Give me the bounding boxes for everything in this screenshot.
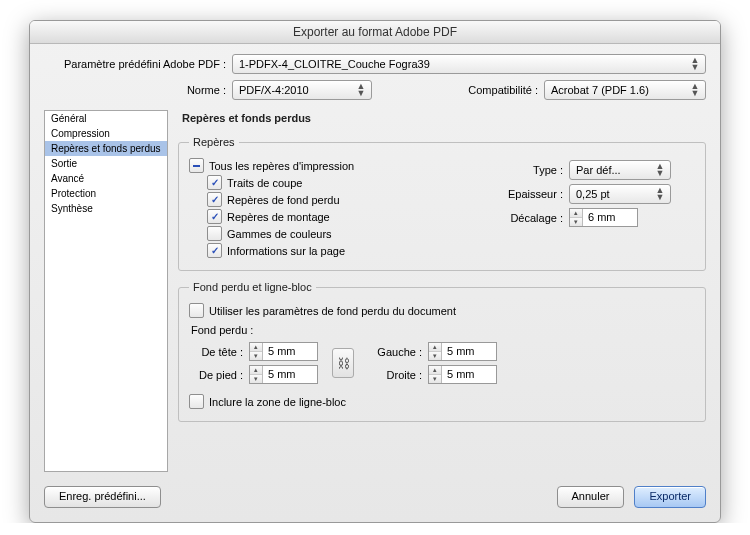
bleed-bottom-label: De pied : bbox=[189, 369, 249, 381]
all-marks-check[interactable]: Tous les repères d'impression bbox=[189, 158, 481, 173]
checkbox-icon bbox=[207, 175, 222, 190]
export-button[interactable]: Exporter bbox=[634, 486, 706, 508]
offset-label: Décalage : bbox=[495, 212, 569, 224]
crop-marks-check[interactable]: Traits de coupe bbox=[207, 175, 481, 190]
type-select[interactable]: Par déf... ▲▼ bbox=[569, 160, 671, 180]
dialog-body: Paramètre prédéfini Adobe PDF : 1-PDFX-4… bbox=[30, 44, 720, 522]
checkbox-icon bbox=[207, 209, 222, 224]
marks-fieldset: Repères Tous les repères d'impression Tr… bbox=[178, 136, 706, 271]
bleed-right-stepper[interactable]: ▴▾5 mm bbox=[428, 365, 497, 384]
save-preset-button[interactable]: Enreg. prédéfini... bbox=[44, 486, 161, 508]
bleed-legend: Fond perdu et ligne-bloc bbox=[189, 281, 316, 293]
registration-marks-check[interactable]: Repères de montage bbox=[207, 209, 481, 224]
updown-icon: ▲▼ bbox=[654, 163, 666, 177]
color-bars-check[interactable]: Gammes de couleurs bbox=[207, 226, 481, 241]
sidebar-item-output[interactable]: Sortie bbox=[45, 156, 167, 171]
bleed-fieldset: Fond perdu et ligne-bloc Utiliser les pa… bbox=[178, 281, 706, 422]
checkbox-icon bbox=[189, 303, 204, 318]
compat-value: Acrobat 7 (PDF 1.6) bbox=[551, 84, 649, 96]
include-slug-check[interactable]: Inclure la zone de ligne-bloc bbox=[189, 394, 695, 409]
weight-label: Epaisseur : bbox=[495, 188, 569, 200]
preset-value: 1-PDFX-4_CLOITRE_Couche Fogra39 bbox=[239, 58, 430, 70]
sidebar-item-marks-bleeds[interactable]: Repères et fonds perdus bbox=[45, 141, 167, 156]
preset-select[interactable]: 1-PDFX-4_CLOITRE_Couche Fogra39 ▲▼ bbox=[232, 54, 706, 74]
preset-label: Paramètre prédéfini Adobe PDF : bbox=[44, 58, 232, 70]
weight-select[interactable]: 0,25 pt ▲▼ bbox=[569, 184, 671, 204]
compat-select[interactable]: Acrobat 7 (PDF 1.6) ▲▼ bbox=[544, 80, 706, 100]
marks-legend: Repères bbox=[189, 136, 239, 148]
checkbox-icon bbox=[207, 243, 222, 258]
window-title: Exporter au format Adobe PDF bbox=[293, 25, 457, 39]
type-label: Type : bbox=[495, 164, 569, 176]
norme-value: PDF/X-4:2010 bbox=[239, 84, 309, 96]
updown-icon: ▲▼ bbox=[654, 187, 666, 201]
updown-icon: ▲▼ bbox=[689, 57, 701, 71]
offset-stepper[interactable]: ▴▾ 6 mm bbox=[569, 208, 638, 227]
bleed-left-label: Gauche : bbox=[368, 346, 428, 358]
category-sidebar: Général Compression Repères et fonds per… bbox=[44, 110, 168, 472]
main-panel: Repères et fonds perdus Repères Tous les… bbox=[178, 110, 706, 472]
bleed-bottom-stepper[interactable]: ▴▾5 mm bbox=[249, 365, 318, 384]
sidebar-item-compression[interactable]: Compression bbox=[45, 126, 167, 141]
mixed-checkbox-icon bbox=[189, 158, 204, 173]
checkbox-icon bbox=[207, 192, 222, 207]
sidebar-item-general[interactable]: Général bbox=[45, 111, 167, 126]
updown-icon: ▲▼ bbox=[689, 83, 701, 97]
bleed-left-stepper[interactable]: ▴▾5 mm bbox=[428, 342, 497, 361]
section-title: Repères et fonds perdus bbox=[182, 112, 706, 124]
link-icon[interactable]: ⛓ bbox=[332, 348, 354, 378]
checkbox-icon bbox=[189, 394, 204, 409]
bleed-heading: Fond perdu : bbox=[191, 324, 695, 336]
sidebar-item-advanced[interactable]: Avancé bbox=[45, 171, 167, 186]
compat-label: Compatibilité : bbox=[468, 84, 544, 96]
checkbox-icon bbox=[207, 226, 222, 241]
sidebar-item-summary[interactable]: Synthèse bbox=[45, 201, 167, 216]
norme-select[interactable]: PDF/X-4:2010 ▲▼ bbox=[232, 80, 372, 100]
bleed-marks-check[interactable]: Repères de fond perdu bbox=[207, 192, 481, 207]
page-info-check[interactable]: Informations sur la page bbox=[207, 243, 481, 258]
updown-icon: ▲▼ bbox=[355, 83, 367, 97]
norme-label: Norme : bbox=[44, 84, 232, 96]
sidebar-item-protection[interactable]: Protection bbox=[45, 186, 167, 201]
use-doc-bleed-check[interactable]: Utiliser les paramètres de fond perdu du… bbox=[189, 303, 695, 318]
titlebar: Exporter au format Adobe PDF bbox=[30, 21, 720, 44]
dialog-window: Exporter au format Adobe PDF Paramètre p… bbox=[29, 20, 721, 523]
bleed-top-label: De tête : bbox=[189, 346, 249, 358]
bleed-right-label: Droite : bbox=[368, 369, 428, 381]
stepper-buttons[interactable]: ▴▾ bbox=[570, 209, 583, 226]
cancel-button[interactable]: Annuler bbox=[557, 486, 625, 508]
bleed-top-stepper[interactable]: ▴▾5 mm bbox=[249, 342, 318, 361]
